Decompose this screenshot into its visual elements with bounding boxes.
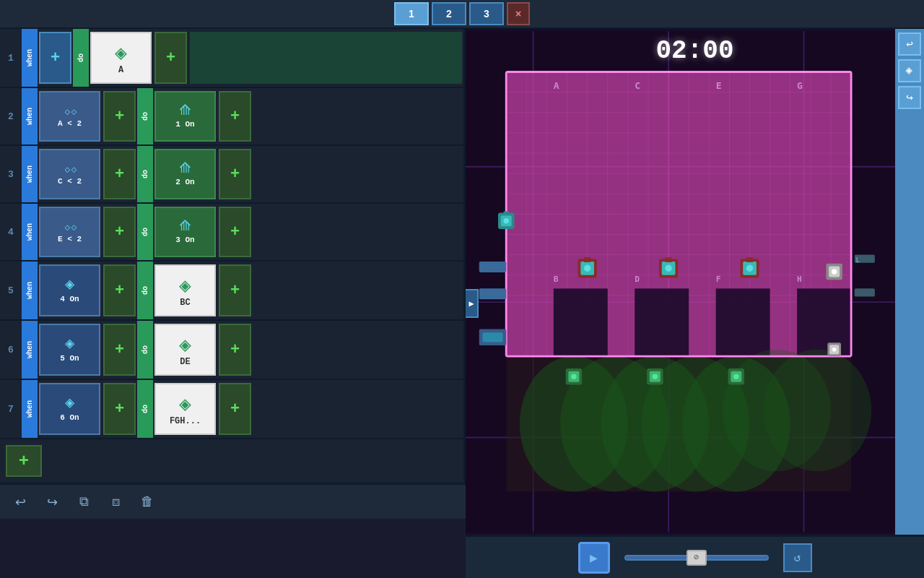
svg-text:G: G (797, 80, 803, 91)
svg-point-72 (746, 265, 753, 272)
add-action-6[interactable]: + (219, 324, 251, 376)
row-number-1: 1 (0, 29, 22, 87)
do-label-7: do (137, 380, 153, 438)
condition-cell-6[interactable]: ◈ 5 On (39, 324, 100, 376)
condition-text-7: 6 On (60, 413, 79, 422)
game-map[interactable]: A C E G B D F H (466, 29, 895, 535)
svg-rect-39 (797, 288, 851, 356)
do-label-4: do (137, 204, 153, 260)
undo-button[interactable]: ↩ (9, 491, 32, 514)
action-cell-7[interactable]: ◈ FGH... (154, 383, 216, 435)
sidebar-arrow-left-button[interactable]: ↪ (898, 86, 921, 109)
row1-spacer (190, 32, 462, 84)
rule-row-5: 5 when ◈ 4 On + do ◈ BC + (0, 262, 463, 321)
tab-close-button[interactable]: × (507, 2, 530, 25)
svg-point-47 (723, 350, 831, 472)
svg-text:L: L (856, 256, 860, 264)
add-action-2[interactable]: + (219, 91, 251, 142)
rule-row-3: 3 when ⬦⬦ C < 2 + do ⟰ 2 On + (0, 146, 463, 204)
add-condition-2[interactable]: + (103, 91, 136, 142)
rule-row-6: 6 when ◈ 5 On + do ◈ DE + (0, 321, 463, 380)
action-diamond-icon-1: ◈ (115, 40, 127, 65)
action-cell-4[interactable]: ⟰ 3 On (154, 207, 216, 257)
row-number-3: 3 (0, 146, 22, 202)
speed-slider[interactable]: ⊘ (624, 555, 769, 561)
svg-point-78 (653, 374, 658, 379)
copy-button[interactable]: ⧉ (72, 491, 95, 514)
add-rule-button[interactable]: + (6, 445, 42, 477)
condition-cell-7[interactable]: ◈ 6 On (39, 383, 100, 435)
svg-rect-93 (855, 288, 875, 296)
svg-text:D: D (635, 275, 640, 284)
action-cell-6[interactable]: ◈ DE (154, 324, 216, 376)
when-label-7: when (22, 380, 38, 438)
add-action-4[interactable]: + (219, 207, 251, 257)
play-button[interactable]: ▶ (578, 542, 610, 574)
condition-icon-6: ◈ (65, 337, 74, 353)
row-number-5: 5 (0, 262, 22, 319)
action-chevron-icon-2: ⟰ (179, 104, 191, 118)
svg-rect-63 (584, 257, 590, 262)
action-diamond-icon-6: ◈ (179, 332, 191, 357)
rule-row-7: 7 when ◈ 6 On + do ◈ FGH... + (0, 380, 463, 439)
tab-1[interactable]: 1 (394, 2, 429, 25)
delete-button[interactable]: 🗑 (136, 491, 159, 514)
rule-row-4: 4 when ⬦⬦ E < 2 + do ⟰ 3 On + (0, 204, 463, 262)
svg-rect-38 (716, 288, 770, 356)
action-text-4: 3 On (175, 236, 194, 244)
svg-rect-67 (665, 257, 671, 262)
add-condition-1[interactable]: + (39, 32, 71, 84)
action-cell-1[interactable]: ◈ A (90, 32, 152, 84)
rule-row-2: 2 when ⬦⬦ A < 2 + do ⟰ 1 On + (0, 88, 463, 146)
add-condition-7[interactable]: + (103, 383, 136, 435)
condition-cell-3[interactable]: ⬦⬦ C < 2 (39, 149, 100, 199)
rule-row-1: 1 when + do ◈ A + (0, 29, 463, 88)
action-diamond-icon-7: ◈ (179, 392, 191, 416)
tab-2[interactable]: 2 (432, 2, 466, 25)
collapse-panel-button[interactable]: ▶ (466, 289, 479, 318)
action-text-1: A (118, 65, 123, 75)
action-diamond-icon-5: ◈ (179, 273, 191, 298)
action-cell-5[interactable]: ◈ BC (154, 264, 216, 316)
add-action-5[interactable]: + (219, 264, 251, 316)
svg-text:F: F (716, 275, 721, 284)
when-label-1: when (22, 29, 38, 87)
action-chevron-icon-4: ⟰ (179, 220, 191, 234)
action-text-7: FGH... (170, 416, 201, 426)
action-text-5: BC (180, 298, 190, 308)
add-condition-6[interactable]: + (103, 324, 136, 376)
action-cell-2[interactable]: ⟰ 1 On (154, 91, 216, 142)
programming-panel: 1 when + do ◈ A + 2 when ⬦⬦ A < 2 + (0, 29, 466, 483)
slider-thumb[interactable]: ⊘ (687, 550, 707, 566)
paste-button[interactable]: ⧈ (104, 491, 127, 514)
svg-rect-71 (746, 257, 753, 262)
add-condition-3[interactable]: + (103, 149, 136, 199)
action-text-3: 2 On (175, 178, 194, 186)
add-condition-5[interactable]: + (103, 264, 136, 316)
sidebar-menu-button[interactable]: ◈ (898, 59, 921, 82)
game-timer: 02:00 (655, 36, 733, 66)
svg-text:H: H (797, 275, 802, 284)
row-number-7: 7 (0, 380, 22, 438)
condition-cell-4[interactable]: ⬦⬦ E < 2 (39, 207, 100, 257)
action-cell-3[interactable]: ⟰ 2 On (154, 149, 216, 199)
condition-cell-5[interactable]: ◈ 4 On (39, 264, 100, 316)
condition-cell-2[interactable]: ⬦⬦ A < 2 (39, 91, 100, 142)
when-label-2: when (22, 88, 38, 144)
when-label-4: when (22, 204, 38, 260)
condition-text-6: 5 On (60, 354, 79, 363)
condition-icon-2: ⬦⬦ (64, 105, 77, 118)
add-action-3[interactable]: + (219, 149, 251, 199)
game-controls: ▶ ⊘ ↺ (466, 535, 924, 578)
sidebar-arrow-right-button[interactable]: ↩ (898, 33, 921, 56)
add-action-1[interactable]: + (154, 32, 187, 84)
do-label-5: do (137, 262, 153, 319)
tab-3[interactable]: 3 (469, 2, 504, 25)
add-condition-4[interactable]: + (103, 207, 136, 257)
condition-text-4: E < 2 (58, 235, 82, 243)
redo-button[interactable]: ↪ (40, 491, 64, 514)
reset-button[interactable]: ↺ (783, 543, 812, 572)
right-sidebar: ↩ ◈ ↪ (895, 29, 924, 535)
condition-icon-7: ◈ (65, 396, 74, 412)
add-action-7[interactable]: + (219, 383, 251, 435)
